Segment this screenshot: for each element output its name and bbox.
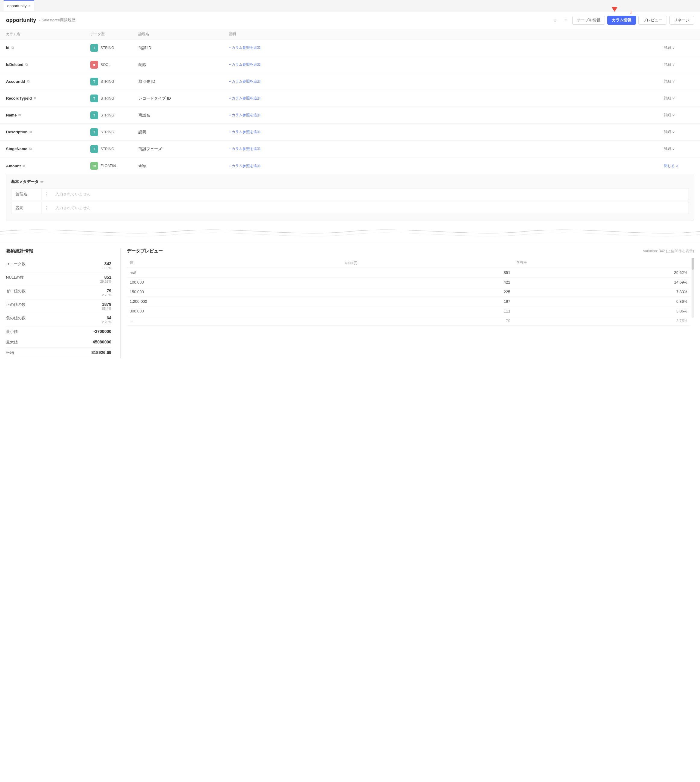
- type-badge-string: T: [90, 78, 98, 85]
- stat-percent: 11.9%: [102, 266, 112, 270]
- col-logical-recordtypeid: レコードタイプ ID: [138, 96, 229, 101]
- detail-button[interactable]: 詳細 ∨: [664, 146, 694, 152]
- detail-button[interactable]: 詳細 ∨: [664, 45, 694, 50]
- table-row: Id ⧉ T STRING 商談 ID ⌁ カラム参照を追加 詳細 ∨: [0, 40, 700, 56]
- tab-column-info[interactable]: カラム情報 ↓: [607, 16, 636, 25]
- stat-label: ユニーク数: [6, 261, 26, 267]
- add-ref-link[interactable]: ⌁ カラム参照を追加: [229, 96, 261, 101]
- tab-lineage[interactable]: リネージ: [669, 16, 694, 25]
- col-name-text: Name: [6, 113, 17, 117]
- expanded-detail-amount: 基本メタデータ ✏ 論理名 ⋮ 入力されていません 説明 ⋮ 入力されていません: [6, 174, 694, 221]
- metadata-row-desc: 説明 ⋮ 入力されていません: [11, 202, 689, 214]
- list-item: 1,200,000 197 6.86%: [127, 297, 690, 307]
- col-actions-accountid: ⌁ カラム参照を追加: [229, 79, 664, 84]
- table-row: RecordTypeId ⧉ T STRING レコードタイプ ID ⌁ カラム…: [0, 90, 700, 107]
- stat-value: 79: [107, 288, 112, 293]
- preview-value-cell: 300,000: [127, 307, 342, 316]
- preview-rate-cell: 7.83%: [513, 287, 690, 297]
- stat-label: 最小値: [6, 329, 18, 334]
- metadata-row-logical: 論理名 ⋮ 入力されていません: [11, 188, 689, 200]
- page-header: opportunity - Salesforce商談履歴 ☆ ≡ テーブル情報 …: [0, 12, 700, 29]
- col-logical-stagename: 商談フェーズ: [138, 146, 229, 152]
- col-logical-description: 説明: [138, 129, 229, 135]
- tab-table-info[interactable]: テーブル情報: [572, 16, 605, 25]
- metadata-value-logical: 入力されていません: [51, 188, 688, 200]
- copy-icon[interactable]: ⧉: [25, 63, 28, 67]
- col-logical-name: 商談名: [138, 113, 229, 118]
- copy-icon[interactable]: ⧉: [18, 113, 21, 117]
- header-col-desc: 説明: [229, 32, 664, 37]
- col-actions-amount: ⌁ カラム参照を追加: [229, 163, 664, 168]
- edit-icon[interactable]: ✏: [40, 180, 43, 184]
- detail-button[interactable]: 詳細 ∨: [664, 79, 694, 84]
- col-type-accountid: T STRING: [90, 78, 138, 85]
- add-ref-link[interactable]: ⌁ カラム参照を追加: [229, 45, 261, 50]
- add-ref-link[interactable]: ⌁ カラム参照を追加: [229, 62, 261, 67]
- col-detail-id: 詳細 ∨: [664, 45, 694, 50]
- tab-opportunity[interactable]: opportunity ×: [3, 0, 34, 11]
- list-item: 100,000 422 14.69%: [127, 277, 690, 287]
- stat-value-wrap: 1879 65.4%: [102, 302, 112, 310]
- stat-row: 負の値の数 64 2.23%: [6, 313, 112, 327]
- copy-icon[interactable]: ⧉: [30, 130, 32, 134]
- list-item: 300,000 111 3.86%: [127, 307, 690, 316]
- copy-icon[interactable]: ⧉: [23, 164, 25, 168]
- detail-button[interactable]: 詳細 ∨: [664, 129, 694, 135]
- preview-rate-cell: 6.86%: [513, 297, 690, 307]
- col-type-stagename: T STRING: [90, 145, 138, 153]
- preview-count-cell: 422: [342, 277, 513, 287]
- stat-row: ゼロ値の数 79 2.75%: [6, 286, 112, 300]
- tab-preview[interactable]: プレビュー: [638, 16, 667, 25]
- stat-value: -2700000: [93, 329, 112, 334]
- stat-percent: 65.4%: [102, 307, 112, 310]
- type-text: STRING: [100, 130, 114, 134]
- col-actions-id: ⌁ カラム参照を追加: [229, 45, 664, 50]
- add-ref-link[interactable]: ⌁ カラム参照を追加: [229, 113, 261, 118]
- col-type-isdeleted: ● BOOL: [90, 61, 138, 68]
- stat-label: ゼロ値の数: [6, 288, 26, 294]
- col-actions-stagename: ⌁ カラム参照を追加: [229, 146, 664, 152]
- add-ref-link[interactable]: ⌁ カラム参照を追加: [229, 129, 261, 135]
- tab-close-button[interactable]: ×: [28, 4, 30, 8]
- menu-icon[interactable]: ≡: [562, 16, 570, 24]
- col-name-recordtypeid: RecordTypeId ⧉: [6, 96, 90, 100]
- detail-button[interactable]: 詳細 ∨: [664, 113, 694, 118]
- stat-value-wrap: 64 2.23%: [102, 315, 112, 324]
- type-badge-float: flo: [90, 162, 98, 170]
- preview-data-table: 値 count(*) 含有率 null 851 29.62% 100,000 4…: [127, 258, 690, 326]
- list-item: ... 70 3.75%: [127, 316, 690, 326]
- list-item: 150,000 225 7.83%: [127, 287, 690, 297]
- stat-value-wrap: 342 11.9%: [102, 261, 112, 270]
- header-col-logical: 論理名: [138, 32, 229, 37]
- copy-icon[interactable]: ⧉: [27, 80, 30, 83]
- add-ref-link[interactable]: ⌁ カラム参照を追加: [229, 146, 261, 152]
- add-ref-link[interactable]: ⌁ カラム参照を追加: [229, 79, 261, 84]
- star-icon[interactable]: ☆: [551, 16, 559, 24]
- scrollbar[interactable]: [692, 258, 694, 318]
- detail-button[interactable]: 詳細 ∨: [664, 96, 694, 101]
- table-row: StageName ⧉ T STRING 商談フェーズ ⌁ カラム参照を追加 詳…: [0, 140, 700, 157]
- copy-icon[interactable]: ⧉: [34, 96, 36, 100]
- stat-row: 平均 818926.69: [6, 348, 112, 358]
- stat-label: 平均: [6, 350, 14, 355]
- arrow-indicator-icon: ↓: [629, 8, 633, 15]
- column-table-header: カラム名 データ型 論理名 説明: [0, 29, 700, 40]
- detail-button[interactable]: 詳細 ∨: [664, 62, 694, 67]
- header-col-name: カラム名: [6, 32, 90, 37]
- col-detail-description: 詳細 ∨: [664, 129, 694, 135]
- add-ref-link[interactable]: ⌁ カラム参照を追加: [229, 163, 261, 168]
- close-detail-button[interactable]: 閉じる ∧: [664, 163, 694, 168]
- metadata-separator: ⋮: [42, 192, 51, 197]
- col-logical-isdeleted: 削除: [138, 62, 229, 67]
- copy-icon[interactable]: ⧉: [12, 46, 14, 50]
- stat-value: 64: [107, 315, 112, 320]
- col-detail-stagename: 詳細 ∨: [664, 146, 694, 152]
- col-name-accountid: AccountId ⧉: [6, 79, 90, 84]
- col-actions-isdeleted: ⌁ カラム参照を追加: [229, 62, 664, 67]
- scrollbar-thumb[interactable]: [692, 258, 694, 270]
- col-type-name: T STRING: [90, 112, 138, 119]
- copy-icon[interactable]: ⧉: [29, 147, 32, 151]
- page-subtitle: - Salesforce商談履歴: [39, 17, 75, 23]
- type-text: STRING: [100, 46, 114, 50]
- type-text: BOOL: [100, 63, 110, 67]
